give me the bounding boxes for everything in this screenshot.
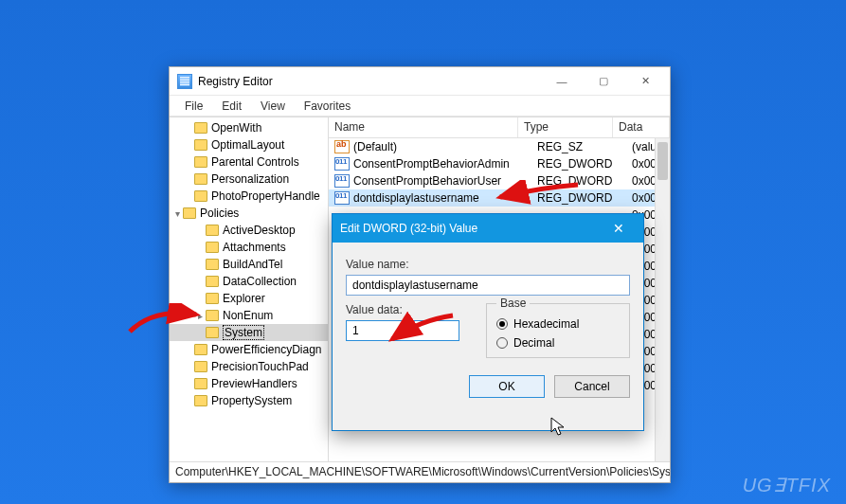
value-name-cell: dontdisplaylastusername xyxy=(353,191,537,205)
close-button[interactable]: ✕ xyxy=(624,68,666,95)
scrollbar-thumb[interactable] xyxy=(657,142,668,180)
folder-icon xyxy=(206,327,219,338)
tree-item-label: OpenWith xyxy=(211,121,261,135)
menu-view[interactable]: View xyxy=(251,98,295,115)
tree-item[interactable]: System xyxy=(170,324,328,341)
menu-edit[interactable]: Edit xyxy=(212,98,251,115)
tree-item[interactable]: PrecisionTouchPad xyxy=(170,358,328,375)
folder-icon xyxy=(206,259,219,270)
tree-item-label: OptimalLayout xyxy=(211,138,284,152)
watermark-logo: UG∃TFIX xyxy=(743,474,831,496)
tree-item-label: PhotoPropertyHandle xyxy=(211,189,320,203)
tree-item[interactable]: BuildAndTel xyxy=(170,256,328,273)
dword-value-icon xyxy=(334,157,350,171)
tree-item[interactable]: ▸NonEnum xyxy=(170,307,328,324)
base-fieldset: Base Hexadecimal Decimal xyxy=(486,303,630,358)
tree-item-label: ActiveDesktop xyxy=(223,224,296,237)
folder-icon xyxy=(206,242,219,253)
menu-file[interactable]: File xyxy=(175,98,212,115)
value-row[interactable]: ConsentPromptBehaviorAdminREG_DWORD0x000 xyxy=(329,155,670,172)
expand-chevron-icon[interactable]: ▸ xyxy=(194,311,206,321)
folder-icon xyxy=(194,395,207,406)
tree-item[interactable]: PhotoPropertyHandle xyxy=(170,188,328,205)
dword-value-icon xyxy=(334,174,350,188)
dialog-close-button[interactable]: ✕ xyxy=(602,217,636,240)
radio-hexadecimal[interactable]: Hexadecimal xyxy=(496,317,620,331)
tree-item[interactable]: OptimalLayout xyxy=(170,136,328,153)
value-type-cell: REG_DWORD xyxy=(537,157,632,171)
value-type-cell: REG_SZ xyxy=(537,140,632,153)
tree-item[interactable]: ActiveDesktop xyxy=(170,222,328,239)
value-name-label: Value name: xyxy=(346,258,630,271)
status-bar: Computer\HKEY_LOCAL_MACHINE\SOFTWARE\Mic… xyxy=(170,461,670,482)
tree-item-label: PowerEfficiencyDiagn xyxy=(211,343,322,356)
titlebar[interactable]: Registry Editor — ▢ ✕ xyxy=(170,67,670,96)
folder-icon xyxy=(206,293,219,304)
value-row[interactable]: (Default)REG_SZ(valu xyxy=(329,138,670,155)
column-name[interactable]: Name xyxy=(329,117,518,137)
expand-chevron-icon[interactable]: ▾ xyxy=(171,208,183,219)
dialog-titlebar[interactable]: Edit DWORD (32-bit) Value ✕ xyxy=(333,214,643,243)
tree-item[interactable]: Personalization xyxy=(170,171,328,188)
value-name-cell: ConsentPromptBehaviorAdmin xyxy=(353,157,537,171)
vertical-scrollbar[interactable] xyxy=(655,138,670,461)
tree-item[interactable]: Parental Controls xyxy=(170,153,328,171)
tree-item[interactable]: ▾Policies xyxy=(170,205,328,222)
folder-icon xyxy=(194,173,207,185)
radio-dec-icon xyxy=(496,337,508,349)
radio-decimal[interactable]: Decimal xyxy=(496,336,620,350)
tree-item[interactable]: PowerEfficiencyDiagn xyxy=(170,341,328,358)
tree-item-label: PrecisionTouchPad xyxy=(211,360,309,373)
column-type[interactable]: Type xyxy=(518,117,613,137)
tree-item-label: PreviewHandlers xyxy=(211,377,297,390)
folder-icon xyxy=(183,207,196,219)
base-legend: Base xyxy=(496,297,530,310)
maximize-button[interactable]: ▢ xyxy=(583,68,624,95)
tree-item-label: Attachments xyxy=(223,241,286,254)
window-title: Registry Editor xyxy=(198,75,541,88)
tree-item[interactable]: Attachments xyxy=(170,239,328,256)
column-data[interactable]: Data xyxy=(613,117,670,137)
ok-button[interactable]: OK xyxy=(469,375,545,398)
value-type-cell: REG_DWORD xyxy=(537,174,632,188)
tree-item-label: PropertySystem xyxy=(211,394,292,407)
dialog-title: Edit DWORD (32-bit) Value xyxy=(340,222,477,235)
folder-icon xyxy=(194,378,207,389)
radio-hex-icon xyxy=(496,318,508,330)
tree-item[interactable]: Explorer xyxy=(170,290,328,307)
menubar: File Edit View Favorites xyxy=(170,96,670,117)
value-name-cell: ConsentPromptBehaviorUser xyxy=(353,174,537,188)
regedit-icon xyxy=(177,74,192,89)
menu-favorites[interactable]: Favorites xyxy=(295,98,360,115)
minimize-button[interactable]: — xyxy=(541,68,583,95)
tree-item-label: Personalization xyxy=(211,172,289,186)
tree-item-label: NonEnum xyxy=(223,309,273,322)
folder-icon xyxy=(194,344,207,355)
folder-icon xyxy=(194,361,207,372)
tree-item-label: Explorer xyxy=(223,292,265,305)
tree-item[interactable]: PreviewHandlers xyxy=(170,375,328,392)
dword-value-icon xyxy=(334,191,350,205)
value-data-input[interactable] xyxy=(346,320,459,341)
tree-item[interactable]: OpenWith xyxy=(170,119,328,136)
value-name-cell: (Default) xyxy=(353,140,537,153)
value-type-cell: REG_DWORD xyxy=(537,191,632,205)
value-name-input[interactable] xyxy=(346,275,630,296)
value-row[interactable]: dontdisplaylastusernameREG_DWORD0x000 xyxy=(329,189,670,207)
folder-icon xyxy=(194,139,207,151)
value-data-label: Value data: xyxy=(346,303,469,316)
folder-icon xyxy=(194,190,207,202)
folder-icon xyxy=(194,122,207,134)
folder-icon xyxy=(194,156,207,168)
string-value-icon xyxy=(334,140,350,153)
tree-item-label: Policies xyxy=(200,207,239,220)
tree-item-label: Parental Controls xyxy=(211,155,299,169)
tree-item[interactable]: DataCollection xyxy=(170,273,328,290)
tree-item-label: DataCollection xyxy=(223,275,297,288)
value-row[interactable]: ConsentPromptBehaviorUserREG_DWORD0x000 xyxy=(329,172,670,189)
registry-tree[interactable]: OpenWithOptimalLayoutParental ControlsPe… xyxy=(170,117,329,461)
tree-item[interactable]: PropertySystem xyxy=(170,392,328,409)
cancel-button[interactable]: Cancel xyxy=(554,375,630,398)
edit-dword-dialog: Edit DWORD (32-bit) Value ✕ Value name: … xyxy=(332,213,644,431)
folder-icon xyxy=(206,310,219,321)
